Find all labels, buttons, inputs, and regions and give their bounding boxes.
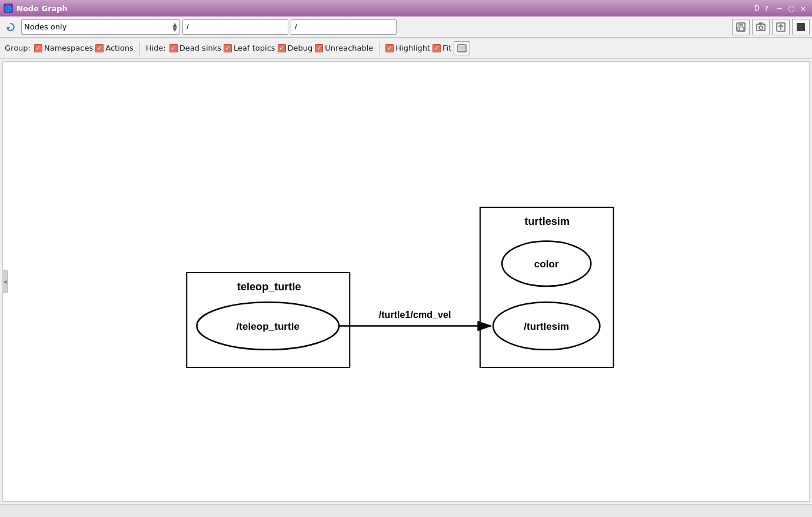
help-label: D bbox=[754, 4, 760, 12]
window-controls: D ? − ○ × bbox=[754, 3, 808, 14]
nodes-dropdown-value: Nodes only bbox=[24, 22, 66, 31]
dead-sinks-checkbox-item[interactable]: Dead sinks bbox=[169, 44, 221, 52]
path-input-2[interactable] bbox=[291, 19, 397, 35]
highlight-label: Highlight bbox=[395, 44, 430, 52]
actions-checkbox[interactable] bbox=[95, 44, 104, 52]
namespaces-checkbox[interactable] bbox=[34, 44, 42, 52]
save-button[interactable] bbox=[732, 19, 750, 35]
app-window: 🌐 Node Graph D ? − ○ × Nodes only ▲ ▼ bbox=[0, 0, 812, 517]
svg-point-6 bbox=[759, 26, 763, 29]
export-icon bbox=[776, 22, 786, 32]
minimize-button[interactable]: − bbox=[774, 3, 785, 14]
settings-icon bbox=[796, 22, 806, 32]
debug-checkbox-item[interactable]: Debug bbox=[278, 44, 313, 52]
teleop-turtle-namespace-label: teleop_turtle bbox=[237, 281, 301, 293]
screenshot-icon bbox=[756, 22, 766, 32]
settings-button[interactable] bbox=[792, 19, 810, 35]
debug-label: Debug bbox=[288, 44, 313, 52]
teleop-turtle-node-label: /teleop_turtle bbox=[237, 321, 299, 332]
actions-label: Actions bbox=[105, 44, 134, 52]
toolbar: Nodes only ▲ ▼ bbox=[0, 16, 812, 38]
unreachable-checkbox-item[interactable]: Unreachable bbox=[315, 44, 373, 52]
app-icon: 🌐 bbox=[4, 4, 13, 13]
highlight-checkbox[interactable] bbox=[385, 44, 394, 52]
debug-checkbox[interactable] bbox=[278, 44, 286, 52]
divider-2 bbox=[379, 42, 380, 55]
chevron-icon: ▲ ▼ bbox=[172, 22, 177, 32]
cmd-vel-edge-label: /turtle1/cmd_vel bbox=[379, 309, 451, 320]
window-title: Node Graph bbox=[16, 4, 751, 13]
group-label: Group: bbox=[5, 44, 31, 52]
export-button[interactable] bbox=[772, 19, 790, 35]
close-button[interactable]: × bbox=[798, 3, 808, 14]
svg-rect-3 bbox=[738, 27, 744, 31]
side-panel-handle[interactable]: ◀ bbox=[3, 270, 8, 293]
leaf-topics-label: Leaf topics bbox=[234, 44, 275, 52]
nodes-dropdown[interactable]: Nodes only ▲ ▼ bbox=[21, 19, 180, 35]
maximize-button[interactable]: ○ bbox=[786, 3, 797, 14]
svg-rect-9 bbox=[797, 23, 805, 31]
svg-rect-11 bbox=[459, 46, 465, 51]
color-node-label: color bbox=[534, 258, 559, 270]
refresh-icon bbox=[5, 22, 16, 32]
svg-rect-2 bbox=[738, 23, 743, 26]
actions-checkbox-item[interactable]: Actions bbox=[95, 44, 134, 52]
fit-screenshot-button[interactable] bbox=[454, 41, 470, 55]
help-icon[interactable]: ? bbox=[764, 4, 768, 13]
options-bar: Group: Namespaces Actions Hide: Dead sin… bbox=[0, 38, 812, 59]
leaf-topics-checkbox[interactable] bbox=[224, 44, 232, 52]
graph-svg: teleop_turtle /teleop_turtle turtlesim c… bbox=[3, 62, 809, 501]
svg-rect-4 bbox=[739, 28, 740, 30]
graph-canvas[interactable]: ◀ teleop_turtle /teleop_turtle turtlesim… bbox=[2, 61, 810, 502]
unreachable-checkbox[interactable] bbox=[315, 44, 323, 52]
fit-checkbox-item[interactable]: Fit bbox=[432, 44, 451, 52]
turtlesim-namespace-label: turtlesim bbox=[524, 216, 570, 227]
divider-1 bbox=[139, 42, 140, 55]
refresh-button[interactable] bbox=[2, 19, 19, 35]
fit-checkbox[interactable] bbox=[432, 44, 441, 52]
highlight-checkbox-item[interactable]: Highlight bbox=[385, 44, 430, 52]
namespaces-checkbox-item[interactable]: Namespaces bbox=[34, 44, 93, 52]
fit-label: Fit bbox=[442, 44, 451, 52]
save-icon bbox=[736, 22, 746, 32]
dead-sinks-checkbox[interactable] bbox=[169, 44, 178, 52]
namespaces-label: Namespaces bbox=[44, 44, 93, 52]
unreachable-label: Unreachable bbox=[325, 44, 373, 52]
screenshot-button[interactable] bbox=[752, 19, 770, 35]
fit-screenshot-icon bbox=[457, 44, 467, 52]
hide-label: Hide: bbox=[146, 44, 166, 52]
path-input-1[interactable] bbox=[182, 19, 288, 35]
turtlesim-node-label: /turtlesim bbox=[524, 321, 569, 332]
bottom-bar bbox=[0, 504, 812, 517]
title-bar: 🌐 Node Graph D ? − ○ × bbox=[0, 0, 812, 16]
dead-sinks-label: Dead sinks bbox=[179, 44, 221, 52]
leaf-topics-checkbox-item[interactable]: Leaf topics bbox=[224, 44, 275, 52]
